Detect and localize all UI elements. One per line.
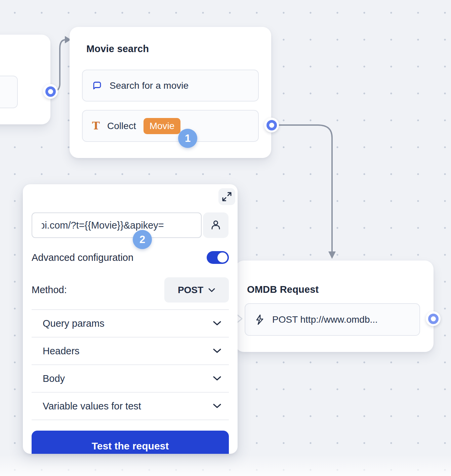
webhook-block-row[interactable]: POST http://www.omdb... bbox=[245, 303, 420, 336]
section-headers[interactable]: Headers bbox=[32, 338, 229, 365]
method-label: Method: bbox=[32, 284, 67, 295]
url-input[interactable] bbox=[32, 212, 202, 238]
section-label: Headers bbox=[43, 346, 80, 357]
user-variable-button[interactable] bbox=[203, 212, 229, 238]
movie-node-output-port[interactable] bbox=[264, 118, 279, 132]
node-title: Movie search bbox=[86, 43, 149, 54]
flow-canvas[interactable]: Movie search Search for a movie T Collec… bbox=[0, 0, 451, 476]
expand-icon bbox=[221, 191, 233, 202]
chevron-down-icon bbox=[213, 348, 221, 354]
connector-partial-to-movie bbox=[53, 40, 66, 92]
collect-label: Collect bbox=[107, 121, 136, 131]
movie-search-node[interactable]: Movie search Search for a movie T Collec… bbox=[70, 27, 271, 158]
chevron-down-icon bbox=[213, 321, 221, 326]
omdb-node-output-port[interactable] bbox=[426, 311, 441, 326]
section-variable-values[interactable]: Variable values for test bbox=[32, 393, 229, 420]
question-block-label: Search for a movie bbox=[110, 80, 189, 91]
variable-chip-movie[interactable]: Movie bbox=[144, 118, 181, 134]
test-request-button[interactable]: Test the request bbox=[32, 431, 229, 454]
partial-node-card[interactable] bbox=[0, 35, 50, 124]
chevron-down-icon bbox=[213, 376, 221, 381]
step-badge-2: 2 bbox=[133, 230, 152, 249]
omdb-request-node[interactable]: OMDB Request POST http://www.omdb... bbox=[235, 261, 434, 352]
advanced-configuration-toggle[interactable] bbox=[207, 251, 229, 264]
bottom-fade-overlay bbox=[0, 454, 451, 476]
section-body[interactable]: Body bbox=[32, 365, 229, 393]
arrowhead-into-omdb bbox=[328, 251, 336, 259]
collapsible-sections: Query params Headers Body Variable value… bbox=[32, 309, 229, 420]
webhook-config-panel: 2 Advanced configuration Method: POST Qu… bbox=[23, 184, 238, 454]
port-ring bbox=[45, 86, 56, 97]
section-label: Variable values for test bbox=[43, 401, 141, 412]
section-query-params[interactable]: Query params bbox=[32, 310, 229, 338]
node-title: OMDB Request bbox=[247, 284, 319, 295]
connector-movie-to-omdb bbox=[278, 125, 332, 251]
question-block-row[interactable]: Search for a movie bbox=[82, 70, 259, 102]
chat-bubble-icon bbox=[92, 81, 102, 91]
section-label: Body bbox=[43, 373, 65, 384]
partial-node-output-port[interactable] bbox=[43, 84, 58, 99]
method-value: POST bbox=[178, 285, 203, 295]
toggle-knob bbox=[217, 252, 228, 263]
advanced-configuration-label: Advanced configuration bbox=[32, 252, 133, 263]
method-row: Method: POST bbox=[32, 277, 229, 303]
webhook-block-label: POST http://www.omdb... bbox=[272, 314, 378, 325]
advanced-configuration-row: Advanced configuration bbox=[32, 250, 229, 265]
port-ring bbox=[266, 120, 277, 130]
person-icon bbox=[210, 220, 221, 231]
text-input-icon: T bbox=[92, 121, 100, 131]
step-badge-1: 1 bbox=[178, 129, 197, 148]
port-ring bbox=[428, 314, 439, 324]
expand-button[interactable] bbox=[218, 188, 235, 205]
chevron-down-icon bbox=[213, 403, 221, 409]
collect-variable-row[interactable]: T Collect Movie bbox=[82, 110, 259, 142]
lightning-icon bbox=[255, 314, 265, 325]
partial-node-row[interactable] bbox=[0, 76, 18, 108]
chevron-down-icon bbox=[208, 288, 215, 292]
method-select[interactable]: POST bbox=[164, 277, 229, 303]
section-label: Query params bbox=[43, 318, 105, 329]
